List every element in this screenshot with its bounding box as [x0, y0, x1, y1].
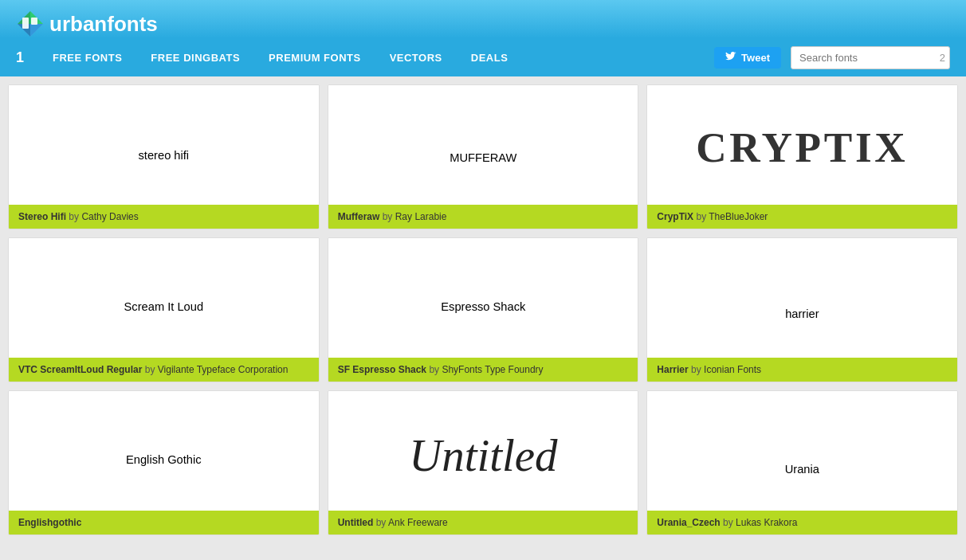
- nav-vectors[interactable]: VECTORS: [375, 38, 457, 76]
- svg-text:Urania: Urania: [785, 463, 820, 476]
- font-info: CrypTiX by TheBlueJoker: [647, 205, 957, 229]
- nav-free-dingbats[interactable]: FREE DINGBATS: [136, 38, 254, 76]
- font-name: Englishgothic: [18, 517, 81, 528]
- font-info: Urania_Czech by Lukas Krakora: [647, 511, 957, 535]
- font-preview-svg: English Gothic: [25, 407, 303, 495]
- font-card-harrier[interactable]: harrier Harrier by Iconian Fonts: [646, 237, 958, 382]
- font-by: by: [696, 211, 706, 222]
- font-author: Ray Larabie: [395, 211, 447, 222]
- font-card-englishgothic[interactable]: English Gothic Englishgothic: [8, 390, 320, 535]
- svg-marker-3: [30, 24, 43, 37]
- svg-text:harrier: harrier: [785, 307, 819, 320]
- font-info: Englishgothic: [9, 511, 319, 535]
- font-author: Ank Freeware: [388, 517, 448, 528]
- font-grid: stereo hifi Stereo Hifi by Cathy Davies …: [0, 76, 966, 543]
- font-preview: Urania: [647, 391, 957, 511]
- font-preview: Untitled: [328, 391, 638, 511]
- font-preview: Scream It Loud: [9, 238, 319, 358]
- font-name: SF Espresso Shack: [338, 364, 426, 375]
- logo-icon: [16, 10, 45, 38]
- font-preview-svg: MUFFERAW: [344, 101, 622, 189]
- search-input[interactable]: [791, 46, 950, 69]
- font-by: by: [429, 364, 439, 375]
- font-card-cryptix[interactable]: CRYPTIX CrypTiX by TheBlueJoker: [646, 84, 958, 229]
- font-preview: English Gothic: [9, 391, 319, 511]
- svg-text:English Gothic: English Gothic: [126, 453, 202, 466]
- font-by: by: [691, 364, 701, 375]
- svg-text:CRYPTIX: CRYPTIX: [697, 124, 909, 171]
- font-preview-svg: CRYPTIX: [663, 101, 941, 189]
- nav-deals[interactable]: DEALS: [457, 38, 523, 76]
- svg-text:Untitled: Untitled: [409, 430, 558, 480]
- font-card-untitled[interactable]: Untitled Untitled by Ank Freeware: [328, 390, 639, 535]
- font-info: Untitled by Ank Freeware: [328, 511, 638, 535]
- svg-rect-5: [22, 18, 29, 29]
- font-author: Cathy Davies: [81, 211, 138, 222]
- font-preview-svg: stereo hifi: [25, 101, 303, 189]
- font-author: Iconian Fonts: [704, 364, 761, 375]
- font-preview-svg: Scream It Loud: [25, 254, 303, 342]
- font-name: Untitled: [338, 517, 374, 528]
- font-preview-svg: Untitled: [344, 407, 622, 495]
- font-preview: stereo hifi: [9, 85, 319, 205]
- font-preview: harrier: [647, 238, 957, 358]
- search-container: 2: [791, 46, 950, 69]
- font-by: by: [376, 517, 387, 528]
- font-card-scream-it-loud[interactable]: Scream It Loud VTC ScreamItLoud Regular …: [8, 237, 320, 382]
- font-name: CrypTiX: [657, 211, 693, 222]
- font-preview: MUFFERAW: [328, 85, 638, 205]
- logo-area[interactable]: urbanfonts: [16, 10, 158, 38]
- font-by: by: [145, 364, 155, 375]
- font-card-urania-czech[interactable]: Urania Urania_Czech by Lukas Krakora: [646, 390, 958, 535]
- nav-premium-fonts[interactable]: PREMIUM FONTS: [254, 38, 375, 76]
- font-by: by: [383, 211, 393, 222]
- font-name: Urania_Czech: [657, 517, 720, 528]
- tweet-button[interactable]: Tweet: [714, 47, 781, 69]
- font-name: Harrier: [657, 364, 688, 375]
- svg-text:Scream It Loud: Scream It Loud: [124, 300, 204, 313]
- font-card-mufferaw[interactable]: MUFFERAW Mufferaw by Ray Larabie: [328, 84, 639, 229]
- search-number: 2: [940, 52, 945, 64]
- svg-text:Espresso Shack: Espresso Shack: [441, 300, 526, 313]
- font-author: Lukas Krakora: [736, 517, 797, 528]
- font-author: Vigilante Typeface Corporation: [158, 364, 289, 375]
- font-preview-svg: Urania: [663, 407, 941, 495]
- svg-text:MUFFERAW: MUFFERAW: [450, 151, 516, 164]
- logo-text: urbanfonts: [49, 12, 158, 37]
- svg-rect-6: [31, 18, 37, 25]
- font-info: Mufferaw by Ray Larabie: [328, 205, 638, 229]
- svg-text:stereo hifi: stereo hifi: [139, 149, 190, 162]
- font-info: Stereo Hifi by Cathy Davies: [9, 205, 319, 229]
- font-name: VTC ScreamItLoud Regular: [18, 364, 142, 375]
- navbar: 1 FREE FONTS FREE DINGBATS PREMIUM FONTS…: [0, 38, 966, 76]
- header: urbanfonts: [0, 0, 966, 38]
- font-card-stereo-hifi[interactable]: stereo hifi Stereo Hifi by Cathy Davies: [8, 84, 320, 229]
- font-author: TheBlueJoker: [709, 211, 768, 222]
- font-name: Stereo Hifi: [18, 211, 66, 222]
- font-by: by: [723, 517, 733, 528]
- font-name: Mufferaw: [338, 211, 380, 222]
- font-preview: Espresso Shack: [328, 238, 638, 358]
- tweet-label: Tweet: [741, 52, 770, 64]
- font-info: SF Espresso Shack by ShyFonts Type Found…: [328, 358, 638, 382]
- font-author: ShyFonts Type Foundry: [442, 364, 543, 375]
- nav-page-number: 1: [16, 49, 24, 66]
- font-by: by: [69, 211, 79, 222]
- font-info: VTC ScreamItLoud Regular by Vigilante Ty…: [9, 358, 319, 382]
- font-preview-svg: Espresso Shack: [344, 254, 622, 342]
- nav-free-fonts[interactable]: FREE FONTS: [38, 38, 136, 76]
- font-info: Harrier by Iconian Fonts: [647, 358, 957, 382]
- font-card-espresso-shack[interactable]: Espresso Shack SF Espresso Shack by ShyF…: [328, 237, 639, 382]
- font-preview-svg: harrier: [663, 254, 941, 342]
- font-preview: CRYPTIX: [647, 85, 957, 205]
- twitter-icon: [725, 52, 736, 63]
